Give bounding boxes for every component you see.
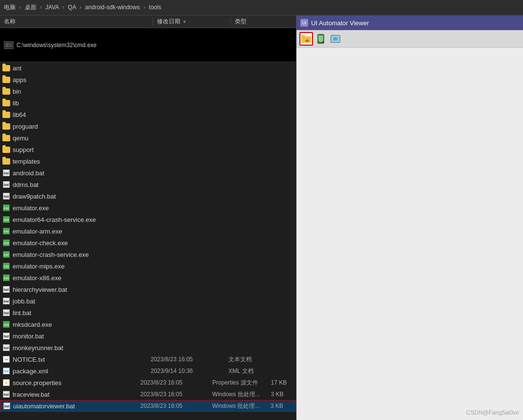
exe-icon: exe bbox=[2, 274, 11, 282]
list-item[interactable]: lib bbox=[0, 97, 296, 109]
bat-icon: bat bbox=[2, 344, 11, 352]
exe-icon: exe bbox=[2, 239, 11, 247]
list-item[interactable]: txt NOTICE.txt 2023/8/23 16:05 文本文档 bbox=[0, 353, 296, 365]
bat-icon: bat bbox=[2, 286, 11, 293]
xml-icon: xml bbox=[2, 367, 11, 375]
uiav-title-text: UI Automator Viewer bbox=[311, 19, 369, 27]
uiav-toolbar bbox=[296, 30, 523, 48]
folder-icon bbox=[2, 157, 11, 165]
list-item[interactable]: bat jobb.bat bbox=[0, 295, 296, 307]
list-item[interactable]: exe emulator-x86.exe bbox=[0, 272, 296, 284]
watermark: CSDN@Fang5ai0vo bbox=[466, 409, 519, 416]
folder-icon bbox=[2, 64, 11, 72]
folder-icon bbox=[2, 99, 11, 107]
list-item[interactable]: exe mksdcard.exe bbox=[0, 319, 296, 330]
list-item[interactable]: bat monitor.bat bbox=[0, 330, 296, 342]
uiav-title-icon: UI bbox=[300, 19, 308, 27]
folder-icon bbox=[2, 134, 11, 142]
list-item[interactable]: templates bbox=[0, 155, 296, 167]
cmd-path: C:\windows\system32\cmd.exe bbox=[17, 42, 97, 49]
uiav-titlebar: UI UI Automator Viewer bbox=[296, 16, 523, 30]
file-list[interactable]: ant apps bin lib lib64 proguard bbox=[0, 62, 296, 420]
uiav-panel: UI UI Automator Viewer bbox=[296, 16, 523, 420]
folder-icon bbox=[2, 122, 11, 130]
bat-icon: bat bbox=[2, 390, 11, 398]
list-item[interactable]: exe emulator-arm.exe bbox=[0, 225, 296, 237]
bat-icon: bat bbox=[2, 192, 11, 200]
uiav-content-area bbox=[296, 48, 523, 420]
cmd-icon: C:\ bbox=[4, 41, 14, 49]
list-item-selected[interactable]: bat uiautomatorviewer.bat 2023/8/23 16:0… bbox=[0, 400, 296, 412]
bat-icon: bat bbox=[2, 297, 11, 305]
list-item[interactable]: lib64 bbox=[0, 109, 296, 120]
exe-icon: exe bbox=[2, 227, 11, 235]
list-item[interactable]: bat android.bat bbox=[0, 167, 296, 179]
folder-icon bbox=[2, 111, 11, 118]
bat-icon: bat bbox=[2, 309, 11, 317]
phone-icon bbox=[316, 34, 325, 44]
list-item[interactable]: xml package.xml 2023/9/14 10:36 XML 文档 bbox=[0, 365, 296, 377]
col-type-header: 类型 bbox=[231, 17, 279, 26]
list-item[interactable]: support bbox=[0, 144, 296, 155]
folder-open-icon bbox=[301, 35, 311, 43]
list-item[interactable]: bat lint.bat bbox=[0, 307, 296, 319]
list-item[interactable]: p source.properties 2023/8/23 16:05 Prop… bbox=[0, 377, 296, 388]
list-item[interactable]: bat monkeyrunner.bat bbox=[0, 342, 296, 353]
list-item[interactable]: exe emulator-mips.exe bbox=[0, 260, 296, 272]
bat-icon: bat bbox=[2, 181, 11, 188]
breadcrumb-text: 电脑 › 桌面 › JAVA › QA › android-sdk-window… bbox=[4, 3, 161, 12]
date-sort-arrow[interactable]: ▼ bbox=[182, 19, 187, 24]
exe-icon: exe bbox=[2, 320, 11, 328]
list-item[interactable]: apps bbox=[0, 74, 296, 85]
list-item[interactable]: bat traceview.bat 2023/8/23 16:05 Window… bbox=[0, 388, 296, 400]
list-item[interactable]: exe emulator-check.exe bbox=[0, 237, 296, 249]
bat-icon: bat bbox=[2, 169, 11, 177]
list-item[interactable]: bat hierarchyviewer.bat bbox=[0, 284, 296, 295]
list-item[interactable]: exe emulator64-crash-service.exe bbox=[0, 214, 296, 225]
list-item[interactable]: exe emulator-crash-service.exe bbox=[0, 249, 296, 260]
file-explorer-panel: 名称 修改日期 ▼ 类型 C:\ C:\windows\system32\cmd… bbox=[0, 16, 296, 420]
list-item[interactable]: ant bbox=[0, 62, 296, 74]
folder-icon bbox=[2, 87, 11, 95]
exe-icon: exe bbox=[2, 204, 11, 212]
list-item[interactable]: bat ddms.bat bbox=[0, 179, 296, 190]
column-headers: 名称 修改日期 ▼ 类型 bbox=[0, 16, 296, 28]
prop-icon: p bbox=[2, 379, 11, 386]
screenshot-icon bbox=[331, 35, 340, 43]
list-item[interactable]: proguard bbox=[0, 120, 296, 132]
list-item[interactable]: qemu bbox=[0, 132, 296, 144]
exe-icon: exe bbox=[2, 216, 11, 223]
capture-button[interactable] bbox=[329, 32, 342, 46]
txt-icon: txt bbox=[2, 355, 11, 363]
breadcrumb: 电脑 › 桌面 › JAVA › QA › android-sdk-window… bbox=[0, 0, 523, 16]
device-screenshot-button[interactable] bbox=[314, 32, 328, 46]
open-folder-button[interactable] bbox=[299, 32, 313, 46]
list-item[interactable]: bat draw9patch.bat bbox=[0, 190, 296, 202]
exe-icon: exe bbox=[2, 262, 11, 270]
folder-icon bbox=[2, 146, 11, 153]
col-date-header: 修改日期 ▼ bbox=[153, 17, 231, 26]
exe-icon: exe bbox=[2, 251, 11, 258]
col-name-header: 名称 bbox=[0, 17, 153, 26]
list-item[interactable]: exe emulator.exe bbox=[0, 202, 296, 214]
bat-icon: bat bbox=[2, 332, 11, 340]
folder-icon bbox=[2, 76, 11, 84]
cmd-window-area: C:\ C:\windows\system32\cmd.exe bbox=[0, 28, 296, 62]
bat-icon: bat bbox=[2, 402, 11, 410]
list-item[interactable]: bin bbox=[0, 85, 296, 97]
